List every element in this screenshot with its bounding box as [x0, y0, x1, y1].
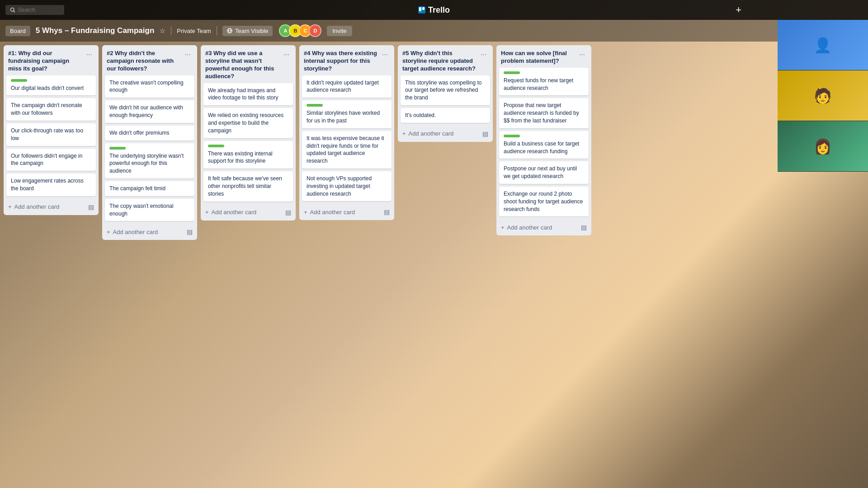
- avatar-group: A B C D: [282, 24, 321, 37]
- avatar[interactable]: D: [309, 24, 321, 37]
- card[interactable]: Low engagement rates across the board: [6, 174, 96, 196]
- board-header: Board 5 Whys – Fundraising Campaign ☆ Pr…: [0, 20, 868, 42]
- archive-button[interactable]: ▤: [384, 208, 390, 216]
- card[interactable]: Build a business case for target audienc…: [499, 131, 589, 159]
- add-card-button[interactable]: +Add another card▤: [398, 127, 493, 141]
- search-input[interactable]: [18, 7, 59, 13]
- search-box[interactable]: [5, 5, 64, 15]
- card-text: We relied on existing resources and expe…: [208, 112, 288, 134]
- card-text: Similar storylines have worked for us in…: [307, 109, 387, 125]
- card[interactable]: There was existing internal support for …: [203, 141, 293, 169]
- card-text: The underlying storyline wasn't powerful…: [109, 152, 190, 175]
- visibility-button[interactable]: Team Visible: [222, 26, 273, 36]
- column-menu-button[interactable]: ···: [85, 50, 94, 60]
- card-label-bar: [504, 71, 520, 74]
- card-text: The campaign felt timid: [109, 185, 190, 192]
- column-menu-button[interactable]: ···: [183, 50, 193, 60]
- trello-wordmark: Trello: [428, 5, 450, 15]
- archive-button[interactable]: ▤: [581, 224, 587, 231]
- card[interactable]: Exchange our round 2 photo shoot funding…: [499, 187, 589, 216]
- archive-button[interactable]: ▤: [88, 203, 94, 211]
- archive-button[interactable]: ▤: [187, 228, 193, 235]
- column-col6: How can we solve [final problem statemen…: [496, 45, 591, 235]
- board-canvas: #1: Why did our fundraising campaign mis…: [0, 42, 868, 488]
- column-title: #4 Why was there existing internal suppo…: [304, 50, 380, 73]
- svg-rect-4: [422, 7, 425, 10]
- column-title: #5 Why didn't this storyline require upd…: [402, 50, 479, 73]
- participant-3: 👩: [778, 121, 868, 171]
- card-text: The creative wasn't compelling enough: [109, 79, 190, 94]
- trello-logo: Trello: [418, 5, 450, 15]
- participant-2: 🧑: [778, 70, 868, 121]
- card[interactable]: The underlying storyline wasn't powerful…: [105, 143, 194, 178]
- card-text: The campaign didn't resonate with our fo…: [11, 102, 91, 117]
- add-card-button[interactable]: +Add another card▤: [299, 205, 394, 219]
- card[interactable]: We already had images and video footage …: [203, 83, 293, 106]
- column-menu-button[interactable]: ···: [282, 50, 291, 60]
- plus-icon: +: [205, 209, 209, 216]
- video-tile-2: 🧑: [778, 70, 868, 121]
- card[interactable]: Request funds for new target audience re…: [499, 68, 589, 96]
- column-menu-button[interactable]: ···: [577, 50, 587, 60]
- add-card-label: Add another card: [409, 130, 454, 137]
- card[interactable]: Our followers didn't engage in the campa…: [6, 149, 96, 171]
- card-text: Build a business case for target audienc…: [504, 140, 584, 155]
- card[interactable]: It's outdated.: [401, 108, 490, 123]
- column-header-col4: #4 Why was there existing internal suppo…: [299, 45, 394, 75]
- card-label-bar: [109, 147, 126, 150]
- card[interactable]: The campaign felt timid: [105, 181, 194, 196]
- card-list: Request funds for new target audience re…: [496, 68, 591, 220]
- card[interactable]: Our digital leads didn't convert: [6, 75, 96, 96]
- card-list: Our digital leads didn't convertThe camp…: [4, 75, 99, 199]
- column-menu-button[interactable]: ···: [479, 50, 488, 60]
- card[interactable]: It felt safe because we've seen other no…: [203, 171, 293, 201]
- add-card-label: Add another card: [14, 203, 60, 210]
- plus-icon: +: [8, 203, 12, 210]
- archive-button[interactable]: ▤: [285, 209, 291, 216]
- column-col1: #1: Why did our fundraising campaign mis…: [4, 45, 99, 215]
- column-menu-button[interactable]: ···: [380, 50, 390, 60]
- invite-button[interactable]: Invite: [327, 26, 352, 36]
- card-text: We didn't offer premiums: [109, 129, 190, 137]
- card-text: Exchange our round 2 photo shoot funding…: [504, 190, 584, 213]
- card-text: It felt safe because we've seen other no…: [208, 175, 288, 197]
- card-text: Our click-through rate was too low: [11, 127, 91, 142]
- card[interactable]: The copy wasn't emotional enough: [105, 199, 194, 221]
- card[interactable]: Similar storylines have worked for us in…: [302, 100, 392, 128]
- column-header-col6: How can we solve [final problem statemen…: [496, 45, 591, 68]
- add-card-label: Add another card: [310, 209, 355, 216]
- card[interactable]: We didn't offer premiums: [105, 126, 194, 141]
- star-button[interactable]: ☆: [160, 27, 165, 34]
- video-tile-1: 👤: [778, 20, 868, 70]
- card[interactable]: It didn't require updated target audienc…: [302, 75, 392, 98]
- column-col4: #4 Why was there existing internal suppo…: [299, 45, 394, 220]
- svg-rect-3: [419, 7, 421, 11]
- card-label-bar: [11, 79, 27, 82]
- card[interactable]: We didn't hit our audience with enough f…: [105, 100, 194, 123]
- add-card-button[interactable]: +Add another card▤: [201, 205, 296, 220]
- add-card-button[interactable]: +Add another card▤: [102, 225, 197, 239]
- card-text: This storyline was compelling to our tar…: [405, 79, 486, 102]
- card-text: Our digital leads didn't convert: [11, 84, 91, 92]
- card[interactable]: Postpone our next ad buy until we get up…: [499, 161, 589, 184]
- card[interactable]: This storyline was compelling to our tar…: [401, 75, 490, 105]
- archive-button[interactable]: ▤: [482, 130, 488, 137]
- video-tile-3: 👩: [778, 121, 868, 172]
- card-text: Request funds for new target audience re…: [504, 77, 584, 92]
- add-card-button[interactable]: +Add another card▤: [4, 200, 99, 214]
- card[interactable]: Not enough VPs supported investing in up…: [302, 171, 392, 201]
- card[interactable]: It was less expensive because it didn't …: [302, 131, 392, 169]
- board-label[interactable]: Board: [5, 26, 30, 36]
- card-label-bar: [208, 145, 224, 147]
- add-button[interactable]: +: [736, 4, 741, 16]
- card[interactable]: Our click-through rate was too low: [6, 123, 96, 146]
- add-card-button[interactable]: +Add another card▤: [496, 220, 591, 235]
- video-panel: 👤 🧑 👩: [778, 20, 868, 172]
- card[interactable]: The creative wasn't compelling enough: [105, 75, 194, 98]
- add-card-label: Add another card: [507, 224, 552, 231]
- add-card-label: Add another card: [113, 229, 158, 235]
- card[interactable]: We relied on existing resources and expe…: [203, 108, 293, 138]
- card[interactable]: Propose that new target audience researc…: [499, 98, 589, 128]
- column-col5: #5 Why didn't this storyline require upd…: [398, 45, 493, 142]
- card[interactable]: The campaign didn't resonate with our fo…: [6, 98, 96, 121]
